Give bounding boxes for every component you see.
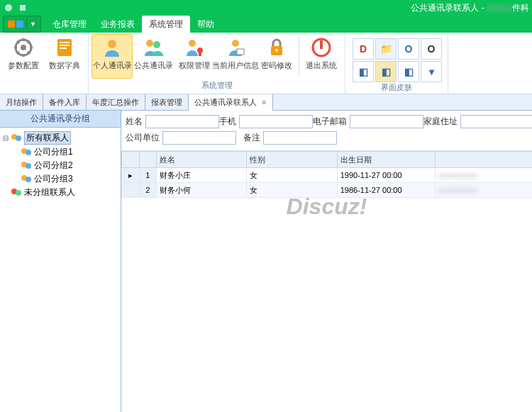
ribbon-personal-contacts[interactable]: 个人通讯录 — [92, 34, 133, 79]
menu-tab-3[interactable]: 帮助 — [190, 16, 221, 33]
doc-tab-label: 月结操作 — [6, 97, 37, 108]
col-header-3[interactable] — [435, 152, 532, 168]
ribbon-exit-system[interactable]: 退出系统 — [301, 34, 342, 79]
public-contacts-icon — [142, 36, 165, 59]
ribbon-group-1: 参数配置数据字典 — [0, 33, 89, 94]
skin-5[interactable]: ◧ — [353, 61, 374, 82]
skin-8[interactable]: ▾ — [421, 61, 442, 82]
input-company[interactable] — [162, 131, 236, 145]
window-title-blur: xxxxxx — [487, 3, 512, 13]
cell-birth: 1990-11-27 00:00 — [337, 168, 435, 183]
tree-ungrouped[interactable]: 未分组联系人 — [1, 186, 119, 199]
ribbon-group-2-label: 系统管理 — [92, 79, 342, 94]
tree-toggle-icon[interactable]: ⊟ — [1, 134, 10, 142]
menu-tab-2[interactable]: 系统管理 — [142, 16, 190, 33]
svg-point-21 — [16, 135, 21, 141]
skin-6[interactable]: ◧ — [375, 61, 397, 82]
row-selector[interactable] — [122, 183, 140, 198]
label-home: 家庭住址 — [423, 116, 458, 128]
ribbon-label: 数据字典 — [49, 60, 80, 71]
ribbon-current-user[interactable]: 当前用户信息 — [215, 34, 256, 79]
col-selector[interactable] — [122, 152, 140, 168]
svg-point-10 — [153, 41, 160, 48]
svg-rect-5 — [60, 42, 70, 43]
sys-icon-1[interactable] — [3, 2, 14, 13]
table-row[interactable]: ▸1财务小庄女1990-11-27 00:00xxxxxxxxxxxxxxxx5… — [122, 168, 533, 183]
svg-point-27 — [26, 177, 31, 182]
ribbon-group-3-label: 界面皮肤 — [348, 81, 445, 96]
qat-sep — [26, 19, 27, 29]
ribbon-label: 当前用户信息 — [212, 60, 259, 71]
table-row[interactable]: 2财务小何女1986-11-27 00:00xxxxxxxxxxxxxxxx06… — [122, 183, 533, 198]
doc-tab-0[interactable]: 月结操作 — [0, 94, 43, 110]
skin-grid: D 📁 O O ◧ ◧ ◧ ▾ — [348, 34, 445, 81]
ribbon-label: 退出系统 — [306, 60, 337, 71]
cell-birth: 1986-11-27 00:00 — [337, 183, 435, 198]
tree-group-label: 公司分组1 — [34, 146, 73, 158]
qat-btn-1[interactable] — [8, 21, 15, 28]
input-mobile[interactable] — [239, 115, 313, 128]
personal-contacts-icon — [101, 36, 123, 59]
tree-ungrouped-label: 未分组联系人 — [24, 186, 75, 199]
main-panel: 姓名 手机 电子邮箱 家庭住址 办公地址 公司单位 — [121, 111, 532, 412]
label-name: 姓名 — [126, 116, 143, 128]
skin-3[interactable]: O — [398, 38, 419, 60]
ribbon-change-pwd[interactable]: 密码修改 — [256, 34, 297, 79]
tree-root[interactable]: ⊟ 所有联系人 — [1, 130, 119, 145]
skin-4[interactable]: O — [421, 38, 442, 60]
sidebar-title: 公共通讯录分组 — [0, 111, 121, 128]
svg-rect-1 — [20, 5, 26, 11]
window-title: 公共通讯录联系人 - xxxxxx件科 — [411, 2, 529, 14]
data-grid: Discuz! 姓名性别出生日期电子邮箱 ▸1财务小庄女1990-11-27 0… — [121, 151, 532, 412]
input-email[interactable] — [350, 115, 423, 128]
ribbon-group-3: D 📁 O O ◧ ◧ ◧ ▾ 界面皮肤 — [345, 33, 448, 94]
col-header-1[interactable]: 性别 — [247, 152, 337, 168]
current-user-icon — [224, 36, 247, 59]
tree-group-1[interactable]: 公司分组2 — [20, 159, 119, 172]
skin-7[interactable]: ◧ — [398, 61, 419, 82]
doc-tab-2[interactable]: 年度汇总操作 — [87, 94, 145, 110]
ribbon-group-1-label — [3, 81, 85, 94]
doc-tab-1[interactable]: 备件入库 — [43, 94, 87, 110]
tree: ⊟ 所有联系人 公司分组1公司分组2公司分组3 未分组联系人 — [0, 128, 121, 412]
skin-1[interactable]: D — [353, 38, 374, 60]
tree-group-2[interactable]: 公司分组3 — [20, 172, 119, 186]
col-header-0[interactable]: 姓名 — [157, 152, 247, 168]
menu-tab-1[interactable]: 业务报表 — [94, 16, 142, 33]
ribbon-params-config[interactable]: 参数配置 — [3, 34, 44, 81]
col-rownum[interactable] — [139, 152, 157, 168]
input-home[interactable] — [460, 115, 532, 128]
skin-2[interactable]: 📁 — [375, 38, 397, 60]
menu-tab-0[interactable]: 仓库管理 — [45, 16, 94, 33]
svg-point-9 — [146, 40, 153, 47]
qat-btn-2[interactable] — [16, 21, 23, 28]
group-icon — [10, 133, 23, 144]
ribbon-label: 公共通讯录 — [134, 60, 173, 71]
doc-tab-4[interactable]: 公共通讯录联系人✕ — [189, 94, 273, 111]
svg-point-0 — [5, 4, 12, 11]
svg-point-17 — [275, 49, 278, 52]
col-header-2[interactable]: 出生日期 — [337, 152, 435, 168]
row-selector[interactable]: ▸ — [122, 168, 140, 183]
doc-tab-label: 公共通讯录联系人 — [194, 97, 257, 108]
group-icon — [10, 187, 23, 199]
input-remark[interactable] — [263, 131, 337, 145]
ribbon-group-2: 个人通讯录公共通讯录权限管理当前用户信息密码修改退出系统 系统管理 — [89, 33, 345, 94]
sidebar: 公共通讯录分组 ⊟ 所有联系人 公司分组1公司分组2公司分组3 未分组联系人 — [0, 111, 121, 412]
doc-tab-3[interactable]: 报表管理 — [145, 94, 189, 110]
close-icon[interactable]: ✕ — [261, 99, 267, 106]
input-name[interactable] — [145, 115, 219, 128]
tree-group-0[interactable]: 公司分组1 — [20, 145, 119, 159]
svg-rect-7 — [60, 48, 67, 49]
cell-name: 财务小何 — [157, 183, 247, 198]
ribbon-perm-manage[interactable]: 权限管理 — [174, 34, 215, 79]
ribbon-public-contacts[interactable]: 公共通讯录 — [133, 34, 174, 79]
ribbon-data-dict[interactable]: 数据字典 — [44, 34, 85, 81]
svg-point-11 — [189, 40, 196, 47]
label-remark: 备注 — [243, 132, 260, 144]
qat-dropdown-icon[interactable]: ▼ — [30, 21, 36, 28]
doc-tab-label: 备件入库 — [49, 97, 80, 108]
svg-rect-15 — [237, 49, 244, 55]
sys-icon-2[interactable] — [17, 2, 28, 13]
titlebar: 公共通讯录联系人 - xxxxxx件科 — [0, 0, 532, 16]
